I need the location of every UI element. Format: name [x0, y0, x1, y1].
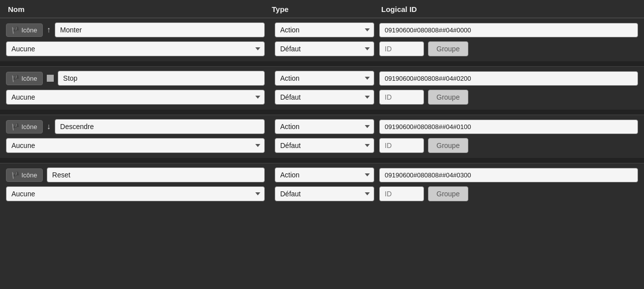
main-table: Nom Type Logical ID 🏴 Icône ↑ Action Déf…	[0, 0, 644, 206]
item-block-1: 🏴 Icône Action Défaut Aucune	[0, 66, 644, 110]
logical-cell-0	[379, 23, 638, 37]
name-input-2[interactable]	[55, 119, 265, 134]
aucune-select-3[interactable]: Aucune	[6, 186, 265, 201]
groupe-button-1[interactable]: Groupe	[428, 90, 468, 105]
type-cell-1: Action Défaut	[270, 71, 379, 86]
icone-label-3: Icône	[21, 171, 37, 179]
subtype-cell-1: Défaut Action	[270, 90, 379, 105]
header-type: Type	[270, 5, 379, 13]
logical-bottom-cell-0: Groupe	[379, 41, 638, 56]
type-cell-3: Action Défaut	[270, 167, 379, 182]
name-input-3[interactable]	[47, 167, 265, 182]
aucune-cell-0: Aucune	[6, 41, 270, 56]
nom-cell-0: 🏴 Icône ↑	[6, 22, 270, 37]
nom-cell-3: 🏴 Icône	[6, 167, 270, 182]
aucune-cell-1: Aucune	[6, 90, 270, 105]
groupe-button-2[interactable]: Groupe	[428, 138, 468, 153]
table-header: Nom Type Logical ID	[0, 0, 644, 18]
logical-id-input-1[interactable]	[379, 71, 638, 86]
header-nom: Nom	[6, 5, 270, 13]
logical-cell-3	[379, 168, 638, 182]
item-block-2: 🏴 Icône ↓ Action Défaut Aucune	[0, 115, 644, 158]
nom-cell-1: 🏴 Icône	[6, 71, 270, 86]
row-top-2: 🏴 Icône ↓ Action Défaut	[0, 115, 644, 136]
icone-label-0: Icône	[21, 26, 37, 34]
groupe-button-0[interactable]: Groupe	[428, 41, 468, 56]
id-input-1[interactable]	[379, 90, 424, 105]
type-select-1[interactable]: Action Défaut	[275, 71, 374, 86]
id-input-0[interactable]	[379, 41, 424, 56]
subtype-select-2[interactable]: Défaut Action	[275, 138, 374, 153]
subtype-cell-2: Défaut Action	[270, 138, 379, 153]
nom-cell-2: 🏴 Icône ↓	[6, 119, 270, 134]
flag-icon-3: 🏴	[11, 171, 19, 179]
arrow-down-icon-2: ↓	[47, 122, 51, 131]
logical-bottom-cell-2: Groupe	[379, 138, 638, 153]
row-top-1: 🏴 Icône Action Défaut	[0, 67, 644, 88]
flag-button-2[interactable]: 🏴 Icône	[6, 120, 43, 134]
logical-cell-2	[379, 120, 638, 134]
aucune-select-2[interactable]: Aucune	[6, 138, 265, 153]
row-bottom-3: Aucune Défaut Action Groupe	[0, 184, 644, 206]
arrow-up-icon-0: ↑	[47, 25, 51, 34]
type-select-0[interactable]: Action Défaut	[275, 22, 374, 37]
flag-icon-0: 🏴	[11, 26, 19, 34]
logical-bottom-cell-1: Groupe	[379, 90, 638, 105]
subtype-cell-3: Défaut Action	[270, 186, 379, 201]
logical-id-input-3[interactable]	[379, 168, 638, 182]
row-bottom-2: Aucune Défaut Action Groupe	[0, 136, 644, 158]
item-block-3: 🏴 Icône Action Défaut Aucune	[0, 163, 644, 206]
type-select-3[interactable]: Action Défaut	[275, 167, 374, 182]
row-top-3: 🏴 Icône Action Défaut	[0, 163, 644, 184]
subtype-select-1[interactable]: Défaut Action	[275, 90, 374, 105]
aucune-cell-2: Aucune	[6, 138, 270, 153]
groupe-button-3[interactable]: Groupe	[428, 186, 468, 201]
square-icon-1	[47, 75, 54, 82]
divider-2	[0, 158, 644, 163]
aucune-select-1[interactable]: Aucune	[6, 90, 265, 105]
icone-label-1: Icône	[21, 75, 37, 82]
aucune-cell-3: Aucune	[6, 186, 270, 201]
flag-icon-2: 🏴	[11, 123, 19, 131]
logical-cell-1	[379, 71, 638, 86]
icone-label-2: Icône	[21, 123, 37, 131]
subtype-cell-0: Défaut Action	[270, 41, 379, 56]
logical-bottom-cell-3: Groupe	[379, 186, 638, 201]
divider-0	[0, 61, 644, 66]
id-input-2[interactable]	[379, 138, 424, 153]
row-bottom-1: Aucune Défaut Action Groupe	[0, 88, 644, 110]
logical-id-input-2[interactable]	[379, 120, 638, 134]
flag-button-1[interactable]: 🏴 Icône	[6, 72, 43, 85]
aucune-select-0[interactable]: Aucune	[6, 41, 265, 56]
header-logical-id: Logical ID	[379, 5, 638, 13]
logical-id-input-0[interactable]	[379, 23, 638, 37]
flag-button-0[interactable]: 🏴 Icône	[6, 23, 43, 37]
item-block-0: 🏴 Icône ↑ Action Défaut Aucune	[0, 18, 644, 61]
type-cell-0: Action Défaut	[270, 22, 379, 37]
flag-icon-1: 🏴	[11, 75, 19, 82]
name-input-1[interactable]	[58, 71, 265, 86]
name-input-0[interactable]	[55, 22, 265, 37]
subtype-select-3[interactable]: Défaut Action	[275, 186, 374, 201]
subtype-select-0[interactable]: Défaut Action	[275, 41, 374, 56]
flag-button-3[interactable]: 🏴 Icône	[6, 168, 43, 182]
row-top-0: 🏴 Icône ↑ Action Défaut	[0, 18, 644, 39]
id-input-3[interactable]	[379, 186, 424, 201]
type-select-2[interactable]: Action Défaut	[275, 119, 374, 134]
divider-1	[0, 110, 644, 115]
type-cell-2: Action Défaut	[270, 119, 379, 134]
row-bottom-0: Aucune Défaut Action Groupe	[0, 39, 644, 61]
